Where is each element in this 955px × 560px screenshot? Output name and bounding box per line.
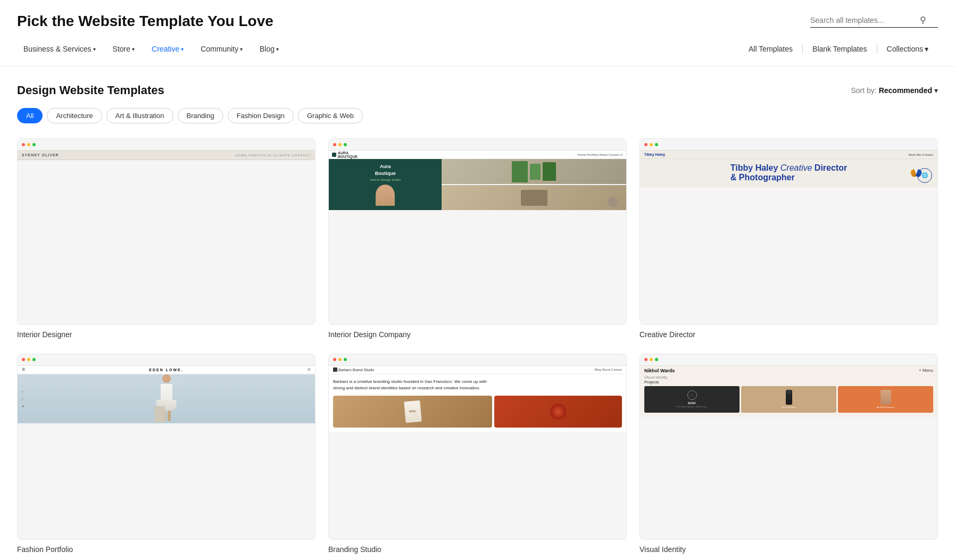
template-thumbnail: Nikhol Wards + Menu Visual Identity Proj… bbox=[640, 354, 938, 540]
template-grid: SYDNEY OLIVER HOME PORTFOLIO CLIENTS CON… bbox=[17, 138, 938, 554]
chevron-down-icon: ▾ bbox=[132, 46, 135, 52]
preview-body: ☰ EDEN LOWE. ⊙ bbox=[18, 366, 315, 423]
preview-body: Barbaro Brand Studio Blog About Contact … bbox=[329, 366, 626, 432]
dot-red bbox=[333, 358, 336, 361]
sort-by-label: Sort by: bbox=[851, 86, 876, 95]
dot-yellow bbox=[650, 143, 653, 146]
dot-green bbox=[32, 143, 36, 146]
template-card-visual-identity[interactable]: Nikhol Wards + Menu Visual Identity Proj… bbox=[640, 354, 938, 554]
preview-body: Tibby Haley Work Bio Contact Tibby Haley… bbox=[640, 151, 937, 187]
browser-chrome bbox=[329, 354, 626, 366]
nav-item-community[interactable]: Community ▾ bbox=[194, 40, 249, 57]
search-icon: ⚲ bbox=[920, 15, 926, 25]
filter-pills: All Architecture Art & Illustration Bran… bbox=[17, 108, 938, 123]
dot-yellow bbox=[338, 358, 342, 361]
chevron-down-icon: ▾ bbox=[181, 46, 184, 52]
browser-chrome bbox=[18, 139, 315, 151]
chevron-down-icon: ▾ bbox=[240, 46, 243, 52]
nav-item-all-templates[interactable]: All Templates bbox=[739, 40, 802, 57]
nav-item-blank-templates[interactable]: Blank Templates bbox=[803, 40, 876, 57]
dot-green bbox=[655, 143, 658, 146]
filter-pill-architecture[interactable]: Architecture bbox=[47, 108, 102, 123]
template-name: Interior Design Company bbox=[328, 330, 627, 339]
nav-item-blog[interactable]: Blog ▾ bbox=[253, 40, 285, 57]
dot-red bbox=[333, 143, 336, 146]
page-title: Pick the Website Template You Love bbox=[17, 13, 273, 30]
dot-yellow bbox=[27, 358, 30, 361]
template-name: Visual Identity bbox=[640, 545, 938, 554]
filter-pill-branding[interactable]: Branding bbox=[178, 108, 223, 123]
nav-right: All Templates Blank Templates Collection… bbox=[739, 40, 938, 57]
template-card-branding-studio[interactable]: Barbaro Brand Studio Blog About Contact … bbox=[328, 354, 627, 554]
template-thumbnail: Tibby Haley Work Bio Contact Tibby Haley… bbox=[640, 138, 938, 325]
template-card-interior-design-company[interactable]: AURABOUTIQUE Home Portfolio About Contac… bbox=[328, 138, 627, 339]
search-bar[interactable]: ⚲ bbox=[810, 15, 938, 28]
template-thumbnail: SYDNEY OLIVER HOME PORTFOLIO CLIENTS CON… bbox=[17, 138, 315, 325]
nav-item-business[interactable]: Business & Services ▾ bbox=[17, 40, 102, 57]
dot-yellow bbox=[338, 143, 342, 146]
dot-red bbox=[22, 143, 25, 146]
template-card-fashion-portfolio[interactable]: ☰ EDEN LOWE. ⊙ bbox=[17, 354, 315, 554]
chevron-down-icon: ▾ bbox=[925, 45, 928, 53]
browser-chrome bbox=[640, 139, 937, 151]
template-name: Branding Studio bbox=[328, 545, 627, 554]
template-name: Fashion Portfolio bbox=[17, 545, 315, 554]
template-thumbnail: Barbaro Brand Studio Blog About Contact … bbox=[328, 354, 627, 540]
filter-pill-art-illustration[interactable]: Art & Illustration bbox=[106, 108, 173, 123]
dot-red bbox=[644, 358, 647, 361]
browser-chrome bbox=[640, 354, 937, 366]
template-card-creative-director[interactable]: Tibby Haley Work Bio Contact Tibby Haley… bbox=[640, 138, 938, 339]
dot-green bbox=[655, 358, 658, 361]
chevron-down-icon: ▾ bbox=[276, 46, 279, 52]
sort-by[interactable]: Sort by: Recommended ▾ bbox=[851, 86, 938, 95]
dot-red bbox=[644, 143, 647, 146]
nav-item-collections[interactable]: Collections ▾ bbox=[877, 40, 938, 57]
section-title: Design Website Templates bbox=[17, 83, 164, 97]
dot-yellow bbox=[27, 143, 30, 146]
nav-item-store[interactable]: Store ▾ bbox=[106, 40, 141, 57]
chevron-down-icon: ▾ bbox=[93, 46, 96, 52]
nav-left: Business & Services ▾ Store ▾ Creative ▾… bbox=[17, 40, 739, 57]
sort-by-value: Recommended bbox=[879, 86, 932, 95]
template-name: Interior Designer bbox=[17, 330, 315, 339]
search-input[interactable] bbox=[810, 16, 917, 24]
template-thumbnail: AURABOUTIQUE Home Portfolio About Contac… bbox=[328, 138, 627, 325]
chevron-down-icon: ▾ bbox=[934, 86, 938, 95]
preview-body: AURABOUTIQUE Home Portfolio About Contac… bbox=[329, 151, 626, 210]
header-top: Pick the Website Template You Love ⚲ bbox=[17, 13, 938, 30]
section-header: Design Website Templates Sort by: Recomm… bbox=[17, 83, 938, 97]
template-card-interior-designer[interactable]: SYDNEY OLIVER HOME PORTFOLIO CLIENTS CON… bbox=[17, 138, 315, 339]
filter-pill-graphic-web[interactable]: Graphic & Web bbox=[298, 108, 363, 123]
preview-body: Nikhol Wards + Menu Visual Identity Proj… bbox=[640, 366, 937, 417]
dot-green bbox=[32, 358, 36, 361]
main-nav: Business & Services ▾ Store ▾ Creative ▾… bbox=[17, 40, 938, 57]
preview-body: SYDNEY OLIVER HOME PORTFOLIO CLIENTS CON… bbox=[18, 151, 315, 160]
browser-chrome bbox=[329, 139, 626, 151]
dot-yellow bbox=[650, 358, 653, 361]
filter-pill-all[interactable]: All bbox=[17, 108, 43, 123]
filter-pill-fashion-design[interactable]: Fashion Design bbox=[228, 108, 294, 123]
main-content: Design Website Templates Sort by: Recomm… bbox=[0, 66, 955, 560]
browser-chrome bbox=[18, 354, 315, 366]
template-name: Creative Director bbox=[640, 330, 938, 339]
nav-item-creative[interactable]: Creative ▾ bbox=[145, 40, 190, 57]
dot-green bbox=[344, 358, 347, 361]
dot-red bbox=[22, 358, 25, 361]
template-thumbnail: ☰ EDEN LOWE. ⊙ bbox=[17, 354, 315, 540]
header: Pick the Website Template You Love ⚲ Bus… bbox=[0, 0, 955, 66]
dot-green bbox=[344, 143, 347, 146]
